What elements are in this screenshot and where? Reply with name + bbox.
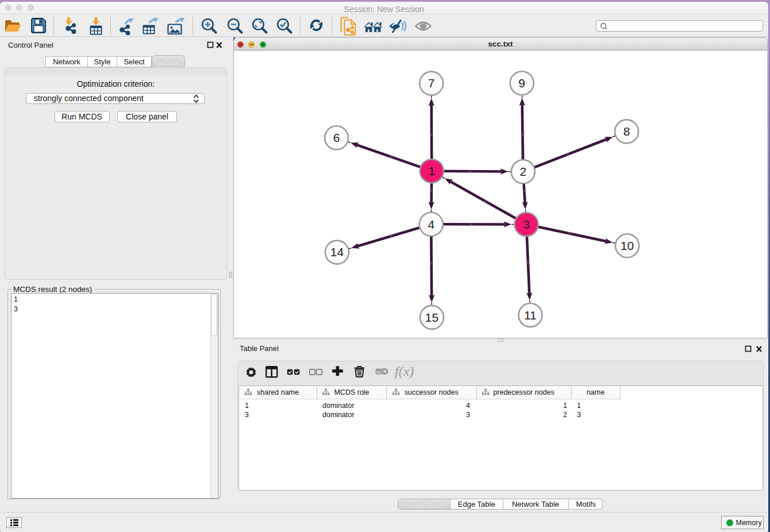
svg-text:1: 1 — [428, 164, 435, 178]
svg-text:10: 10 — [620, 239, 633, 252]
svg-text:15: 15 — [425, 310, 438, 323]
svg-text:2: 2 — [519, 165, 526, 178]
svg-text:14: 14 — [330, 245, 344, 259]
svg-text:7: 7 — [428, 76, 434, 90]
svg-text:3: 3 — [523, 217, 530, 230]
svg-text:6: 6 — [333, 131, 340, 144]
svg-text:8: 8 — [623, 125, 630, 138]
svg-text:4: 4 — [428, 217, 434, 230]
svg-text:11: 11 — [523, 308, 536, 321]
svg-text:9: 9 — [518, 76, 525, 90]
